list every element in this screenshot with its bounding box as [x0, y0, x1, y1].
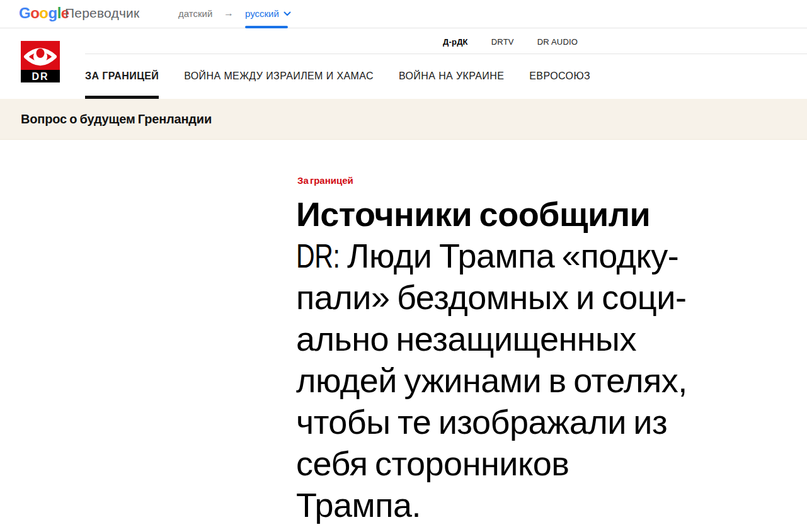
dr-eye-icon: DR — [21, 41, 60, 82]
google-logo-letter: o — [30, 4, 39, 21]
headline-line-2: Люди Трампа «подку- — [347, 237, 678, 274]
target-language-active-underline — [245, 26, 288, 28]
headline-line-4: ально незащищенных — [296, 318, 756, 359]
translate-product-name[interactable]: Переводчик — [65, 6, 139, 21]
chevron-down-icon — [283, 11, 291, 16]
article-headline: Источники сообщили DR: Люди Трампа «подк… — [296, 193, 756, 526]
dr-site-header: DR Д-рДК DRTV DR AUDIO ЗА ГРАНИЦЕЙ ВОЙНА… — [0, 28, 807, 99]
dr-logo[interactable]: DR — [21, 41, 60, 82]
google-logo-letter: o — [39, 4, 48, 21]
main-nav-item-eu[interactable]: ЕВРОСОЮЗ — [529, 54, 590, 99]
arrow-right-icon: → — [224, 8, 234, 19]
target-language-label: русский — [245, 8, 279, 19]
google-logo-letter: G — [19, 4, 30, 21]
headline-line-3: пали» бездомных и соци- — [296, 276, 756, 318]
header-main-nav: ЗА ГРАНИЦЕЙ ВОЙНА МЕЖДУ ИЗРАИЛЕМ И ХАМАС… — [85, 54, 590, 99]
headline-line-1: Источники сообщили — [296, 195, 650, 233]
google-translate-bar: Google Переводчик датский → русский — [0, 0, 807, 28]
headline-line-6: чтобы те изображали из — [296, 401, 756, 443]
main-nav-item-ukraine-war[interactable]: ВОЙНА НА УКРАИНЕ — [399, 54, 504, 99]
svg-text:DR: DR — [31, 71, 49, 82]
main-nav-item-abroad[interactable]: ЗА ГРАНИЦЕЙ — [85, 54, 159, 99]
article-category-label[interactable]: За границей — [297, 175, 353, 186]
topic-banner-title[interactable]: Вопрос о будущем Гренландии — [21, 112, 212, 127]
google-logo[interactable]: Google — [19, 4, 69, 22]
headline-dr-prefix: DR: — [296, 235, 340, 276]
headline-line-7: себя сторонников — [296, 443, 756, 484]
headline-line-8: Трампа. — [296, 484, 756, 526]
headline-line-5: людей ужинами в отелях, — [296, 359, 756, 401]
google-logo-letter: g — [49, 4, 57, 21]
header-top-nav: Д-рДК DRTV DR AUDIO — [443, 36, 578, 47]
top-nav-item-drdk[interactable]: Д-рДК — [443, 37, 468, 47]
target-language-selector[interactable]: русский — [245, 8, 291, 19]
topic-banner: Вопрос о будущем Гренландии — [0, 99, 807, 140]
top-nav-item-drtv[interactable]: DRTV — [491, 37, 514, 47]
main-nav-item-israel-hamas-war[interactable]: ВОЙНА МЕЖДУ ИЗРАИЛЕМ И ХАМАС — [184, 54, 374, 99]
top-nav-item-draudio[interactable]: DR AUDIO — [537, 37, 578, 47]
source-language-label[interactable]: датский — [178, 8, 212, 19]
